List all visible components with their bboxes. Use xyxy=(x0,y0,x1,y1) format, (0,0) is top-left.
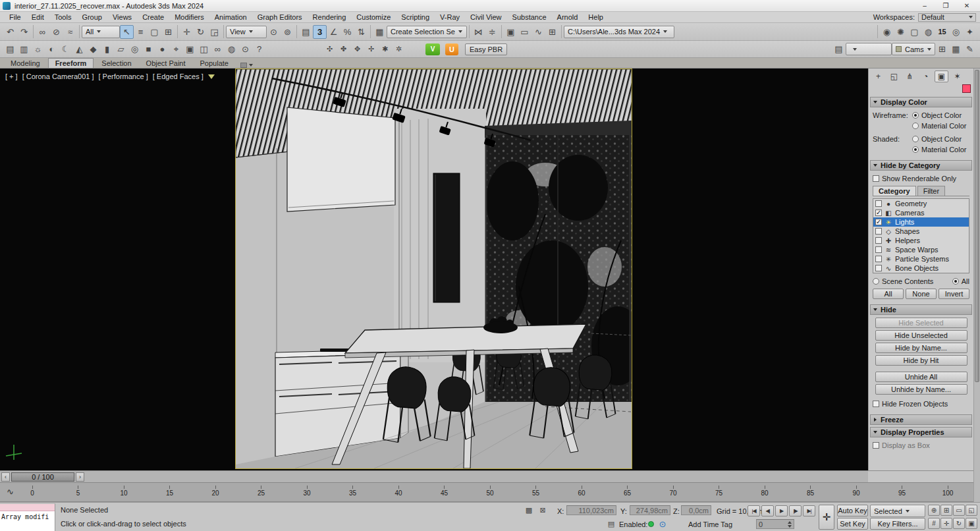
category-row-space-warps[interactable]: ≋ Space Warps xyxy=(873,245,969,254)
category-all-button[interactable]: All xyxy=(873,289,904,299)
current-frame-spinner[interactable]: 0 xyxy=(756,519,794,529)
workspaces-dropdown[interactable]: Default xyxy=(918,13,976,22)
set-keys-button[interactable]: ✛ xyxy=(819,505,834,530)
array-tool-icon[interactable]: ✤ xyxy=(337,42,350,56)
menu-arnold[interactable]: Arnold xyxy=(552,13,584,22)
transform-toolbox-icon[interactable]: ⊞ xyxy=(935,42,949,56)
tab-hierarchy-icon[interactable]: ⋔ xyxy=(903,70,917,82)
paint-tool-icon[interactable]: ✎ xyxy=(963,42,977,56)
menu-help[interactable]: Help xyxy=(583,13,609,22)
capture-icon[interactable]: ◫ xyxy=(197,42,211,56)
plane-primitive-icon[interactable]: ▱ xyxy=(114,42,128,56)
hide-frozen-objects-checkbox[interactable] xyxy=(873,401,879,407)
scatter-icon[interactable]: ✣ xyxy=(323,42,337,56)
object-color-swatch[interactable] xyxy=(962,84,971,93)
redo-icon[interactable]: ↷ xyxy=(17,25,31,39)
category-invert-button[interactable]: Invert xyxy=(939,289,969,299)
display-as-box-checkbox[interactable] xyxy=(873,442,879,449)
select-by-name-icon[interactable]: ≡ xyxy=(134,25,148,39)
layer-manager-icon[interactable]: ▣ xyxy=(504,25,518,39)
ribbon-overflow-icon[interactable] xyxy=(236,63,257,68)
viewport-layout-icon[interactable]: ▤ xyxy=(832,42,846,56)
mirror-icon[interactable]: ⋈ xyxy=(472,25,485,39)
menu-group[interactable]: Group xyxy=(76,13,107,22)
scene-contents-radio[interactable] xyxy=(873,278,879,285)
spacing-tool-icon[interactable]: ✥ xyxy=(350,42,364,56)
menu-modifiers[interactable]: Modifiers xyxy=(169,13,209,22)
menu-views[interactable]: Views xyxy=(107,13,137,22)
gpu-render-icon[interactable]: ✦ xyxy=(963,25,977,39)
target-icon[interactable]: ⌖ xyxy=(169,42,183,56)
project-folder-dropdown[interactable]: C:\Users\Ale...3ds Max 2024 xyxy=(564,26,674,38)
curve-editor-icon[interactable]: ∿ xyxy=(531,25,545,39)
ribbon-tab-freeform[interactable]: Freeform xyxy=(48,58,94,68)
window-crossing-icon[interactable]: ⊞ xyxy=(161,25,175,39)
frame-spin-up[interactable] xyxy=(788,521,792,524)
render-teapot-icon[interactable]: ◍ xyxy=(225,42,238,56)
selection-filter-dropdown[interactable]: All xyxy=(82,26,120,38)
cylinder-primitive-icon[interactable]: ▮ xyxy=(100,42,114,56)
zoom-icon[interactable]: ⊕ xyxy=(928,505,940,516)
rectangular-region-icon[interactable]: ▢ xyxy=(148,25,161,39)
maximize-viewport-icon[interactable]: ▣ xyxy=(966,518,977,529)
menu-graph-editors[interactable]: Graph Editors xyxy=(252,13,308,22)
adaptive-degradation-icon[interactable]: ⊙ xyxy=(238,42,252,56)
z-coordinate-field[interactable]: 0,0cm xyxy=(681,505,711,515)
select-and-move-icon[interactable]: ✛ xyxy=(180,25,194,39)
rollout-display-color-header[interactable]: Display Color xyxy=(870,97,972,107)
viewport-filter-icon[interactable] xyxy=(208,74,215,79)
undo-icon[interactable]: ↶ xyxy=(3,25,17,39)
bone-objects-checkbox[interactable] xyxy=(875,265,882,271)
bind-to-spacewarp-icon[interactable]: ≈ xyxy=(63,25,77,39)
teapot-primitive-icon[interactable]: ◆ xyxy=(86,42,100,56)
hide-by-name-button[interactable]: Hide by Name... xyxy=(875,343,967,353)
maxscript-mini-listener[interactable]: Array modifi xyxy=(0,503,55,531)
close-button[interactable]: ✕ xyxy=(956,1,977,11)
angle-snap-icon[interactable]: ∠ xyxy=(327,25,340,39)
isolate-selection-toggle[interactable]: ▩ xyxy=(524,505,534,515)
category-list[interactable]: ● Geometry ◧ Cameras ☀ Lights xyxy=(873,198,969,273)
viewport-scene[interactable] xyxy=(236,69,632,468)
percent-snap-icon[interactable]: % xyxy=(340,25,354,39)
tab-display-icon[interactable]: ▣ xyxy=(935,70,948,82)
select-and-scale-icon[interactable]: ◲ xyxy=(207,25,221,39)
rollout-freeze-header[interactable]: Freeze xyxy=(870,414,972,425)
chain-icon[interactable]: ∞ xyxy=(211,42,225,56)
layer-dropdown[interactable] xyxy=(846,43,892,55)
selection-lock-toggle[interactable]: ⊠ xyxy=(537,505,548,515)
sphere-primitive-icon[interactable]: ● xyxy=(155,42,169,56)
time-next-button[interactable]: › xyxy=(76,472,84,482)
shapes-checkbox[interactable] xyxy=(875,228,882,235)
category-row-particle-systems[interactable]: ✳ Particle Systems xyxy=(873,254,969,264)
select-and-manipulate-icon[interactable]: ⊚ xyxy=(281,25,294,39)
orbit-icon[interactable]: ↻ xyxy=(953,518,965,529)
rollout-hide-by-category-header[interactable]: Hide by Category xyxy=(870,160,972,171)
viewport[interactable]: [ + ] [ Corona Camera001 ] [ Performance… xyxy=(0,69,868,470)
all-radio[interactable] xyxy=(952,278,959,285)
unhide-by-name-button[interactable]: Unhide by Name... xyxy=(875,384,967,395)
zoom-extents-all-icon[interactable]: ◱ xyxy=(966,505,977,516)
tab-motion-icon[interactable]: ◔ xyxy=(919,70,933,82)
menu-civil-view[interactable]: Civil View xyxy=(465,13,506,22)
time-prev-button[interactable]: ‹ xyxy=(1,472,10,482)
easy-pbr-button[interactable]: Easy PBR xyxy=(465,43,507,55)
ribbon-tab-populate[interactable]: Populate xyxy=(194,59,235,68)
rendered-frame-window-icon[interactable]: ▢ xyxy=(908,25,921,39)
tab-create-icon[interactable]: + xyxy=(871,70,885,82)
shaded-object-color-radio[interactable] xyxy=(912,136,919,142)
hide-selected-button[interactable]: Hide Selected xyxy=(875,318,967,328)
render-preset-badge[interactable]: 15 xyxy=(935,25,949,39)
material-editor-icon[interactable]: ◉ xyxy=(880,25,894,39)
enabled-indicator[interactable] xyxy=(648,521,654,527)
snapshot-icon[interactable]: ✢ xyxy=(364,42,378,56)
zoom-all-icon[interactable]: ⊞ xyxy=(940,505,952,516)
edit-named-sets-icon[interactable]: ▦ xyxy=(373,25,387,39)
lights-checkbox[interactable] xyxy=(875,219,882,225)
sun-positioner-icon[interactable]: ◐ xyxy=(45,42,59,56)
previous-frame-button[interactable]: ◀| xyxy=(761,505,774,517)
render-setup-icon[interactable]: ✺ xyxy=(894,25,908,39)
go-to-start-button[interactable]: |◀ xyxy=(748,505,760,517)
menu-file[interactable]: File xyxy=(4,13,26,22)
cone-primitive-icon[interactable]: ◭ xyxy=(72,42,86,56)
grid-tool-icon[interactable]: ▦ xyxy=(949,42,963,56)
